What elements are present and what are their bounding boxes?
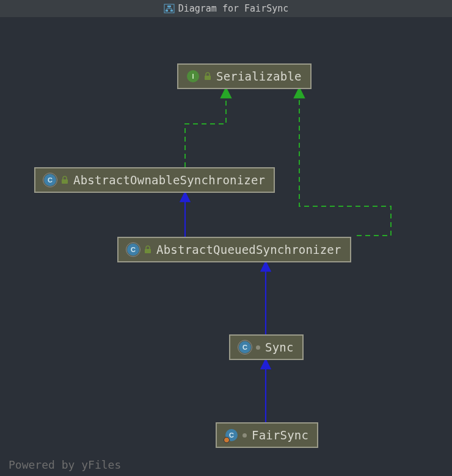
diagram-title: Diagram for FairSync [178,3,289,14]
final-class-icon: C [225,429,238,441]
svg-rect-6 [145,249,151,253]
svg-rect-1 [167,5,171,7]
svg-rect-5 [62,179,68,184]
node-label: AbstractQueuedSynchronizer [156,243,341,256]
lock-icon [144,245,151,254]
diagram-header: Diagram for FairSync [0,0,452,17]
svg-rect-3 [170,10,173,12]
node-abstract-ownable-synchronizer[interactable]: C AbstractOwnableSynchronizer [34,167,275,193]
node-sync[interactable]: C Sync [229,334,304,360]
abstract-class-icon: C [44,174,56,186]
abstract-class-icon: C [239,341,251,353]
node-fairsync[interactable]: C FairSync [216,422,318,448]
edge-implements [185,93,226,167]
svg-rect-2 [166,10,168,12]
powered-by-footer: Powered by yFiles [9,458,121,471]
edge-implements [299,93,391,236]
node-serializable[interactable]: I Serializable [177,63,312,89]
abstract-class-icon: C [127,243,139,256]
package-visibility-icon [242,433,247,438]
node-label: FairSync [252,428,308,442]
lock-icon [61,176,68,184]
package-visibility-icon [256,345,260,350]
node-label: Serializable [216,70,302,83]
node-label: Sync [265,341,294,354]
diagram-canvas[interactable]: I Serializable C AbstractOwnableSynchron… [0,17,452,476]
svg-rect-4 [205,76,211,80]
lock-icon [204,72,211,81]
node-abstract-queued-synchronizer[interactable]: C AbstractQueuedSynchronizer [117,237,351,262]
interface-icon: I [187,70,199,82]
node-label: AbstractOwnableSynchronizer [73,173,265,187]
hierarchy-icon [164,4,175,13]
